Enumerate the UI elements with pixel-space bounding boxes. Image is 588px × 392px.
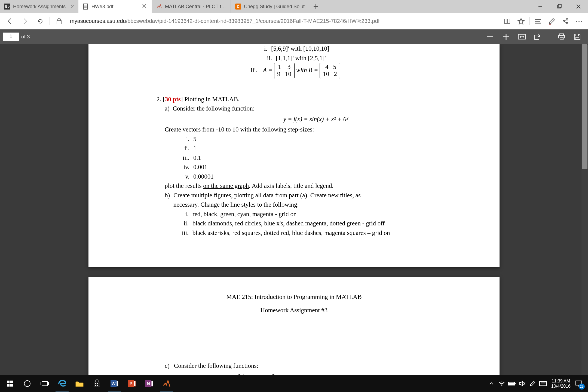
svg-text:N: N [147,381,150,386]
svg-point-40 [24,381,30,387]
item-label: ii. [179,219,192,228]
battery-icon[interactable] [507,379,517,388]
tray-expand-icon[interactable] [486,379,496,388]
fit-width-button[interactable] [514,31,530,42]
svg-rect-45 [95,383,96,384]
svg-line-21 [564,20,566,21]
matrix-prefix: A = [263,67,274,74]
scrollbar-thumb[interactable] [582,44,587,169]
notification-count: 29 [579,384,585,390]
part-text: on the same graph [203,182,249,189]
blackboard-icon: Bb [4,4,10,10]
svg-point-23 [576,21,577,22]
maximize-button[interactable] [550,0,569,13]
item-text: red, black, green, cyan, magenta - grid … [192,211,297,218]
minimize-button[interactable] [531,0,550,13]
taskbar-app-powerpoint[interactable]: P [123,376,140,391]
svg-text:W: W [111,381,116,386]
svg-rect-57 [151,381,153,386]
taskbar-clock[interactable]: 11:39 AM 10/4/2016 [549,378,573,389]
rotate-button[interactable] [530,31,546,42]
close-window-button[interactable] [569,0,588,13]
taskbar-app-edge[interactable] [53,376,71,391]
svg-rect-37 [10,381,13,383]
item-label: v. [180,172,193,182]
svg-line-22 [564,22,566,23]
matrix-row: 1 3 [277,63,291,71]
part-label: a) [165,105,170,112]
svg-rect-51 [117,381,118,386]
zoom-out-button[interactable] [482,31,498,42]
item-label: ii. [180,144,193,153]
webnote-icon[interactable] [545,14,559,28]
lock-icon[interactable] [51,14,67,29]
cortana-button[interactable] [19,376,36,391]
vertical-scrollbar[interactable] [581,44,588,375]
task-view-button[interactable] [36,376,53,391]
forward-button[interactable] [17,14,33,29]
tab-chegg[interactable]: C Chegg Study | Guided Solut [231,0,309,13]
question-2: 2. [30 pts] Plotting in MATLAB. a) Consi… [157,95,467,238]
tab-matlab-central[interactable]: MATLAB Central - PLOT twc [152,0,231,13]
tab-blackboard[interactable]: Bb Homework Assignments – 2 [0,0,78,13]
formula: y = f(x) = sin(x) + x² + 6² [165,115,467,124]
taskbar-app-store[interactable] [88,376,106,391]
refresh-button[interactable] [33,14,48,29]
part-text: Create multiple figures, plotting all da… [173,191,390,200]
action-center-icon[interactable]: 29 [574,379,584,388]
svg-rect-10 [558,4,561,7]
tab-pdf[interactable]: HW#3.pdf [78,0,152,13]
system-tray: 11:39 AM 10/4/2016 29 [486,378,587,389]
svg-rect-46 [97,383,98,384]
taskbar-app-word[interactable]: W [106,376,123,391]
svg-rect-35 [576,37,579,39]
page-number-input[interactable] [3,32,19,41]
url-field[interactable]: myasucourses.asu.edu/bbcswebdav/pid-1419… [67,18,501,24]
svg-rect-60 [515,383,516,384]
part-c: c) Consider the following functions: y₁ … [165,361,467,375]
volume-icon[interactable] [517,379,527,388]
hub-icon[interactable] [531,14,545,28]
q-title: Plotting in MATLAB. [184,96,240,103]
hw-header: Homework Assignment #3 [121,306,467,315]
browser-tabstrip: Bb Homework Assignments – 2 HW#3.pdf MAT… [0,0,588,13]
svg-text:P: P [130,381,133,386]
item-text: [5,6,9]' with [10,10,10]' [271,45,330,52]
close-icon[interactable] [142,4,147,9]
item-label: iv. [180,163,193,172]
pdf-viewport[interactable]: i.[5,6,9]' with [10,10,10]' ii.[1,1,1]' … [0,44,588,375]
new-tab-button[interactable] [309,0,322,13]
svg-point-24 [578,21,580,22]
zoom-in-button[interactable] [498,31,514,42]
svg-rect-33 [560,37,563,40]
part-text: plot the results [165,182,203,189]
start-button[interactable] [1,376,19,391]
taskbar-app-matlab[interactable] [158,376,175,391]
save-button[interactable] [569,31,585,42]
svg-rect-36 [7,381,10,383]
part-text: necessary. Change the line styles to the… [173,200,390,210]
svg-rect-41 [42,381,47,386]
share-icon[interactable] [559,14,572,28]
taskbar-app-file-explorer[interactable] [71,376,88,391]
wifi-icon[interactable] [497,379,507,388]
q-number: 2. [157,96,163,103]
part-text: Consider the following functions: [174,361,330,371]
part-text: Create vectors from -10 to 10 with the f… [165,125,467,134]
pen-icon[interactable] [528,379,538,388]
reading-view-icon[interactable] [501,14,514,28]
divider [50,17,50,25]
keyboard-icon[interactable] [538,379,548,388]
item-label: i. [258,44,271,54]
svg-rect-0 [84,4,87,9]
step-value: 0.1 [193,154,201,161]
page-total-label: of 3 [21,34,30,40]
back-button[interactable] [2,14,17,29]
pdf-toolbar: of 3 [0,29,588,44]
print-button[interactable] [554,31,569,42]
svg-rect-34 [576,34,578,36]
more-icon[interactable] [572,14,586,28]
step-value: 1 [193,145,197,152]
taskbar-app-onenote[interactable]: N [140,376,158,391]
favorite-icon[interactable] [514,14,528,28]
